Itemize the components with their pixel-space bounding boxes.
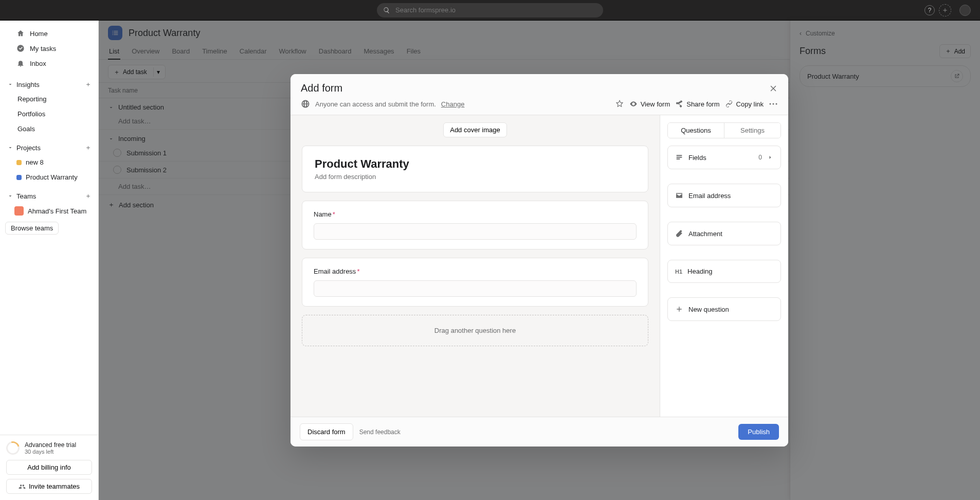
sidebar-head-teams[interactable]: Teams ＋ bbox=[0, 185, 98, 203]
sidebar-label: My tasks bbox=[30, 45, 56, 52]
share-form-button[interactable]: Share form bbox=[675, 100, 719, 108]
question-label: Name* bbox=[314, 210, 637, 218]
paperclip-icon bbox=[675, 229, 683, 238]
form-builder-sidebar: Questions Settings Fields 0 Email addres… bbox=[660, 115, 788, 417]
sidebar-item-portfolios[interactable]: Portfolios bbox=[2, 107, 96, 121]
discard-form-button[interactable]: Discard form bbox=[300, 423, 353, 440]
view-form-button[interactable]: View form bbox=[629, 100, 670, 108]
trial-title: Advanced free trial bbox=[25, 441, 76, 449]
sidebar-head-insights[interactable]: Insights ＋ bbox=[0, 73, 98, 92]
plus-icon[interactable]: ＋ bbox=[83, 191, 93, 201]
tab-settings[interactable]: Settings bbox=[724, 123, 781, 138]
check-circle-icon bbox=[16, 44, 25, 52]
trial-progress-ring bbox=[4, 439, 22, 457]
form-description-placeholder[interactable]: Add form description bbox=[315, 173, 636, 181]
invite-teammates-button[interactable]: Invite teammates bbox=[6, 479, 92, 494]
sidebar-item-inbox[interactable]: Inbox bbox=[9, 56, 89, 70]
search-input[interactable] bbox=[394, 6, 597, 14]
drop-zone[interactable]: Drag another question here bbox=[302, 315, 648, 346]
link-icon bbox=[725, 100, 733, 108]
fields-count: 0 bbox=[758, 154, 762, 161]
modal-footer: Discard form Send feedback Publish bbox=[291, 417, 788, 447]
publish-button[interactable]: Publish bbox=[738, 424, 779, 440]
fields-icon bbox=[675, 153, 683, 162]
form-builder-canvas: Add cover image Product Warranty Add for… bbox=[291, 115, 660, 417]
users-icon bbox=[19, 483, 26, 490]
sidebar-label: Home bbox=[30, 30, 48, 38]
chevron-down-icon bbox=[7, 145, 13, 151]
tab-questions[interactable]: Questions bbox=[668, 123, 724, 138]
question-card[interactable]: Name* bbox=[302, 201, 648, 249]
globe-icon bbox=[301, 99, 310, 109]
help-icon[interactable]: ? bbox=[924, 5, 935, 15]
plus-icon[interactable]: ＋ bbox=[83, 142, 93, 153]
sidebar-footer: Advanced free trial 30 days left Add bil… bbox=[0, 435, 98, 500]
team-avatar bbox=[14, 206, 24, 216]
field-type-email[interactable]: Email address bbox=[667, 184, 781, 207]
question-input-preview[interactable] bbox=[314, 223, 637, 240]
required-asterisk: * bbox=[357, 267, 359, 275]
plus-icon[interactable]: ＋ bbox=[83, 79, 93, 90]
chevron-down-icon bbox=[7, 81, 13, 87]
question-card[interactable]: Email address* bbox=[302, 258, 648, 307]
sidebar-head-projects[interactable]: Projects ＋ bbox=[0, 136, 98, 155]
builder-tabs: Questions Settings bbox=[667, 122, 781, 138]
search-icon bbox=[383, 7, 390, 14]
modal-title: Add form bbox=[301, 82, 342, 94]
bell-icon bbox=[16, 59, 25, 67]
required-asterisk: * bbox=[333, 210, 335, 218]
eye-icon bbox=[629, 100, 638, 108]
add-cover-image-button[interactable]: Add cover image bbox=[443, 122, 507, 137]
chevron-down-icon bbox=[7, 193, 13, 199]
field-type-heading[interactable]: H1 Heading bbox=[667, 260, 781, 283]
sidebar-item-goals[interactable]: Goals bbox=[2, 122, 96, 136]
star-icon[interactable] bbox=[615, 99, 624, 109]
sidebar-item-reporting[interactable]: Reporting bbox=[2, 92, 96, 106]
topbar-avatar[interactable] bbox=[959, 5, 971, 16]
add-billing-button[interactable]: Add billing info bbox=[6, 460, 92, 475]
sidebar-item-home[interactable]: Home bbox=[9, 26, 89, 41]
sidebar-team-item[interactable]: Ahmad's First Team bbox=[0, 203, 98, 219]
change-access-link[interactable]: Change bbox=[441, 100, 465, 108]
sidebar-item-mytasks[interactable]: My tasks bbox=[9, 41, 89, 56]
close-icon[interactable] bbox=[769, 84, 778, 93]
question-label: Email address* bbox=[314, 267, 637, 275]
chevron-right-icon bbox=[767, 154, 773, 160]
add-form-modal: Add form Anyone can access and submit th… bbox=[291, 74, 788, 447]
sidebar-label: Inbox bbox=[30, 60, 46, 67]
more-icon[interactable] bbox=[769, 99, 778, 109]
modal-scrim[interactable]: Add form Anyone can access and submit th… bbox=[99, 21, 980, 500]
copy-link-button[interactable]: Copy link bbox=[725, 100, 764, 108]
main-panel: Product Warranty AK Share Customize List… bbox=[99, 21, 980, 500]
global-search[interactable] bbox=[377, 3, 603, 17]
plus-icon bbox=[675, 305, 683, 313]
fields-card[interactable]: Fields 0 bbox=[667, 146, 781, 169]
trial-subtitle: 30 days left bbox=[25, 449, 76, 455]
sidebar: Home My tasks Inbox Insights ＋ Reporting… bbox=[0, 21, 99, 500]
share-icon bbox=[675, 100, 683, 108]
form-title[interactable]: Product Warranty bbox=[315, 157, 636, 171]
field-type-new-question[interactable]: New question bbox=[667, 297, 781, 321]
project-color-dot bbox=[16, 175, 22, 180]
global-topbar: ? ＋ bbox=[0, 0, 980, 21]
browse-teams-button[interactable]: Browse teams bbox=[5, 222, 59, 235]
add-global-icon[interactable]: ＋ bbox=[939, 4, 951, 16]
question-input-preview[interactable] bbox=[314, 280, 637, 297]
project-color-dot bbox=[16, 160, 22, 165]
send-feedback-link[interactable]: Send feedback bbox=[359, 428, 401, 436]
sidebar-project-product-warranty[interactable]: Product Warranty bbox=[2, 170, 96, 184]
sidebar-project-new8[interactable]: new 8 bbox=[2, 155, 96, 169]
field-type-attachment[interactable]: Attachment bbox=[667, 222, 781, 245]
access-caption: Anyone can access and submit the form. bbox=[315, 100, 436, 108]
h1-icon: H1 bbox=[675, 269, 682, 275]
form-header-card[interactable]: Product Warranty Add form description bbox=[302, 146, 648, 192]
home-icon bbox=[16, 29, 25, 38]
mail-icon bbox=[675, 191, 683, 200]
